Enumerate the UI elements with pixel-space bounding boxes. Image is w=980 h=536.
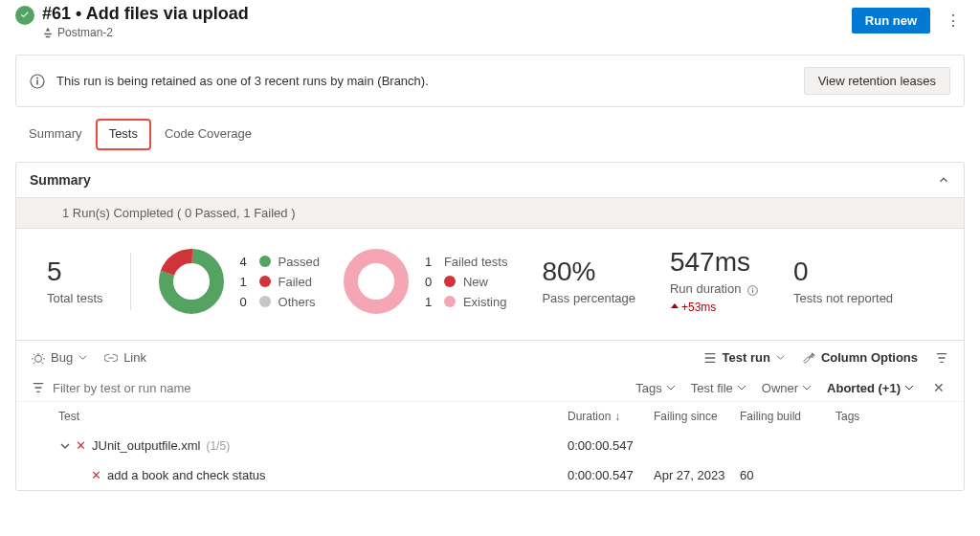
- test-file-name: JUnit_outputfile.xml: [92, 438, 200, 453]
- tab-code-coverage[interactable]: Code Coverage: [151, 119, 265, 150]
- chevron-down-icon: [904, 383, 914, 392]
- total-tests-stat: 5 Total tests: [47, 258, 103, 305]
- col-duration[interactable]: Duration ↓: [568, 410, 654, 423]
- legend-existing: 1Existing: [425, 295, 507, 309]
- filter-toggle-button[interactable]: [935, 351, 948, 365]
- duration-stat: 547ms Run duration +53ms: [670, 249, 759, 313]
- retention-info-text: This run is being retained as one of 3 r…: [56, 74, 792, 88]
- aborted-filter[interactable]: Aborted (+1): [827, 381, 914, 395]
- fail-icon: ✕: [91, 468, 101, 482]
- chevron-down-icon: [78, 353, 87, 362]
- info-icon: [30, 74, 45, 89]
- legend-failed-total: 1Failed tests: [425, 255, 507, 269]
- legend-failed: 1Failed: [240, 275, 320, 289]
- cell-failing-since: Apr 27, 2023: [654, 468, 740, 482]
- duration-label: Run duration: [670, 281, 759, 296]
- chevron-down-icon[interactable]: [60, 441, 70, 451]
- total-tests-value: 5: [47, 258, 103, 285]
- pipeline-breadcrumb[interactable]: Postman-2: [42, 26, 852, 39]
- test-file-filter[interactable]: Test file: [691, 381, 746, 395]
- svg-point-5: [350, 257, 401, 307]
- legend-others: 0Others: [240, 295, 320, 309]
- duration-value: 547ms: [670, 249, 759, 276]
- summary-panel-header[interactable]: Summary: [16, 163, 964, 197]
- info-icon: [746, 284, 759, 297]
- col-test[interactable]: Test: [32, 410, 568, 423]
- not-reported-label: Tests not reported: [793, 291, 893, 305]
- pipeline-icon: [42, 27, 54, 38]
- cell-duration: 0:00:00.547: [568, 468, 654, 482]
- wrench-icon: [802, 351, 815, 365]
- test-name: add a book and check status: [107, 468, 266, 482]
- svg-point-1: [36, 77, 38, 78]
- group-by-test-run[interactable]: Test run: [703, 350, 785, 365]
- pass-pct-value: 80%: [542, 258, 635, 285]
- divider: [130, 253, 131, 310]
- filter-icon: [32, 381, 45, 394]
- legend-new: 0New: [425, 275, 507, 289]
- svg-rect-2: [36, 79, 38, 84]
- arrow-up-icon: [670, 302, 679, 312]
- chevron-down-icon: [666, 383, 676, 392]
- col-failing-build[interactable]: Failing build: [740, 410, 835, 423]
- status-success-icon: [15, 6, 34, 25]
- col-tags[interactable]: Tags: [835, 410, 912, 423]
- table-row[interactable]: ✕ add a book and check status 0:00:00.54…: [16, 460, 964, 490]
- sort-arrow-icon: ↓: [614, 410, 620, 423]
- filter-input[interactable]: [53, 381, 340, 395]
- total-tests-label: Total tests: [47, 291, 103, 305]
- bug-icon: [32, 351, 45, 365]
- create-bug-button[interactable]: Bug: [32, 350, 87, 365]
- svg-rect-8: [752, 289, 753, 292]
- duration-delta: +53ms: [670, 301, 759, 314]
- group-icon: [703, 351, 717, 365]
- column-options-button[interactable]: Column Options: [802, 350, 918, 365]
- link-icon: [104, 351, 118, 365]
- pipeline-name: Postman-2: [57, 26, 113, 39]
- owner-filter[interactable]: Owner: [762, 381, 812, 395]
- chevron-down-icon: [802, 383, 812, 392]
- pass-pct-label: Pass percentage: [542, 291, 635, 305]
- pass-pct-stat: 80% Pass percentage: [542, 258, 635, 305]
- tab-summary[interactable]: Summary: [15, 119, 96, 150]
- filter-icon: [935, 351, 948, 365]
- failed-donut-chart: [343, 248, 410, 315]
- results-donut-chart: [158, 248, 225, 315]
- completed-status: 1 Run(s) Completed ( 0 Passed, 1 Failed …: [16, 197, 964, 228]
- not-reported-value: 0: [793, 258, 893, 285]
- cell-failing-build: 60: [740, 468, 835, 482]
- fail-icon: ✕: [76, 438, 86, 453]
- tags-filter[interactable]: Tags: [635, 381, 675, 395]
- svg-point-9: [35, 355, 42, 362]
- clear-filters-button[interactable]: ✕: [929, 380, 948, 395]
- more-menu-button[interactable]: ⋮: [942, 8, 965, 34]
- link-button[interactable]: Link: [104, 350, 146, 365]
- svg-point-7: [752, 287, 753, 288]
- run-new-button[interactable]: Run new: [852, 8, 930, 34]
- legend-passed: 4Passed: [240, 255, 320, 269]
- not-reported-stat: 0 Tests not reported: [793, 258, 893, 305]
- chevron-down-icon: [737, 383, 746, 392]
- chevron-down-icon: [776, 353, 785, 362]
- cell-duration: 0:00:00.547: [568, 438, 654, 453]
- view-retention-button[interactable]: View retention leases: [804, 67, 950, 95]
- col-failing-since[interactable]: Failing since: [654, 410, 740, 423]
- chevron-up-icon: [937, 173, 950, 187]
- page-title: #61 • Add files via upload: [42, 4, 852, 24]
- summary-panel-title: Summary: [30, 172, 91, 188]
- tab-tests[interactable]: Tests: [96, 119, 151, 150]
- test-count: (1/5): [206, 439, 230, 453]
- table-row[interactable]: ✕ JUnit_outputfile.xml (1/5) 0:00:00.547: [16, 431, 964, 460]
- table-header: Test Duration ↓ Failing since Failing bu…: [16, 401, 964, 431]
